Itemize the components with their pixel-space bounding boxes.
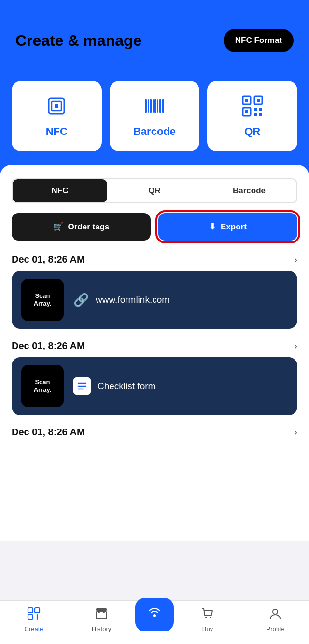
buy-label: Buy [202, 625, 213, 632]
svg-rect-20 [259, 113, 262, 116]
history-label: History [92, 625, 111, 632]
svg-rect-23 [28, 615, 33, 619]
svg-rect-4 [148, 99, 149, 113]
qr-card[interactable]: QR [207, 81, 297, 151]
nav-create[interactable]: Create [0, 606, 68, 632]
barcode-label: Barcode [133, 125, 176, 138]
nfc-format-button[interactable]: NFC Format [224, 29, 294, 52]
tab-barcode[interactable]: Barcode [202, 179, 296, 202]
download-icon: ⬇ [209, 222, 216, 232]
history-card-info-2: Checklist form [73, 377, 288, 395]
tab-qr[interactable]: QR [107, 179, 202, 202]
nav-history[interactable]: History [68, 606, 135, 632]
history-date-1: Dec 01, 8:26 AM [12, 254, 85, 265]
history-card-info-1: 🔗 www.formlink.com [73, 293, 288, 308]
nfc-label: NFC [46, 125, 68, 138]
chevron-right-icon-2: › [294, 340, 297, 351]
barcode-icon [143, 94, 166, 121]
history-card-1[interactable]: ScanArray. 🔗 www.formlink.com [12, 271, 297, 329]
main-content: NFC QR Barcode 🛒 Order tags ⬇ Export Dec… [0, 165, 309, 541]
svg-rect-12 [245, 99, 248, 102]
svg-rect-7 [154, 99, 156, 113]
history-card-url-1: www.formlink.com [96, 295, 169, 305]
chevron-right-icon-3: › [294, 427, 297, 438]
nfc-card[interactable]: NFC [12, 81, 102, 151]
history-date-row-1[interactable]: Dec 01, 8:26 AM › [12, 254, 297, 265]
nfc-icon [45, 94, 68, 121]
svg-rect-3 [145, 99, 147, 113]
bottom-navigation: Create History [0, 600, 309, 644]
checklist-icon [73, 377, 91, 395]
buy-icon [200, 606, 215, 623]
svg-rect-2 [55, 104, 58, 108]
svg-rect-21 [28, 608, 33, 613]
svg-rect-6 [153, 99, 154, 113]
svg-rect-16 [245, 110, 248, 113]
svg-rect-17 [254, 108, 257, 111]
scan-array-thumb-2: ScanArray. [21, 365, 64, 407]
profile-icon [268, 606, 282, 623]
link-icon-1: 🔗 [73, 293, 89, 308]
svg-point-31 [273, 609, 278, 614]
filter-tabs: NFC QR Barcode [12, 178, 297, 203]
svg-rect-10 [162, 99, 164, 113]
order-tags-button[interactable]: 🛒 Order tags [12, 213, 151, 241]
svg-rect-18 [259, 108, 262, 111]
svg-rect-8 [157, 99, 158, 113]
type-cards-section: NFC Barcode [0, 71, 309, 174]
barcode-card[interactable]: Barcode [110, 81, 200, 151]
svg-rect-19 [254, 113, 257, 116]
wifi-icon [146, 605, 163, 625]
svg-rect-14 [257, 99, 260, 102]
nav-center-button[interactable] [135, 598, 174, 631]
page-title: Create & manage [15, 32, 141, 50]
nav-buy[interactable]: Buy [174, 606, 241, 632]
svg-rect-25 [96, 612, 107, 619]
tab-nfc[interactable]: NFC [13, 179, 107, 202]
chevron-right-icon-1: › [294, 254, 297, 265]
svg-rect-5 [150, 99, 152, 113]
history-icon [94, 606, 109, 623]
svg-point-28 [153, 614, 156, 617]
header: Create & manage NFC Format [0, 0, 309, 71]
export-button[interactable]: ⬇ Export [158, 213, 297, 241]
qr-label: QR [244, 125, 260, 138]
history-date-row-3[interactable]: Dec 01, 8:26 AM › [12, 427, 297, 438]
cart-icon: 🛒 [53, 222, 63, 232]
history-date-2: Dec 01, 8:26 AM [12, 340, 85, 351]
svg-rect-22 [35, 608, 40, 613]
history-card-2[interactable]: ScanArray. Checklist form [12, 357, 297, 415]
svg-rect-9 [159, 99, 161, 113]
scan-array-thumb-1: ScanArray. [21, 279, 64, 321]
history-card-title-2: Checklist form [98, 381, 155, 391]
create-icon [27, 606, 41, 623]
svg-point-30 [210, 617, 211, 618]
history-date-row-2[interactable]: Dec 01, 8:26 AM › [12, 340, 297, 351]
action-buttons-row: 🛒 Order tags ⬇ Export [12, 213, 297, 241]
qr-icon [241, 94, 264, 121]
svg-point-29 [205, 617, 207, 618]
svg-rect-24 [96, 608, 107, 611]
svg-rect-26 [98, 611, 100, 613]
nav-profile[interactable]: Profile [241, 606, 309, 632]
profile-label: Profile [267, 625, 284, 632]
svg-rect-27 [103, 611, 105, 613]
create-label: Create [24, 625, 43, 632]
history-date-3: Dec 01, 8:26 AM [12, 427, 85, 438]
